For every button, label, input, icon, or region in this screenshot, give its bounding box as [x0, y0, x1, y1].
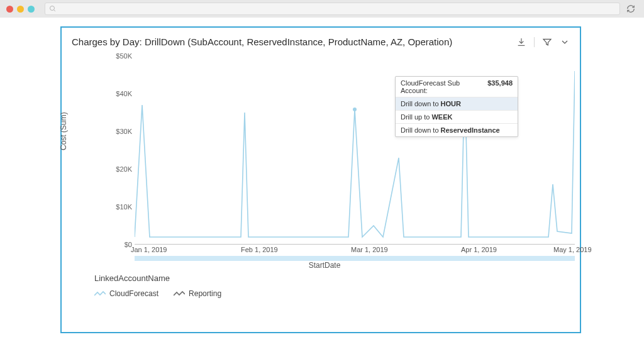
legend: LinkedAccountName CloudForecast Reportin… [62, 270, 580, 298]
tooltip-label: CloudForecast Sub Account: [401, 79, 486, 94]
x-tick: May 1, 2019 [553, 246, 592, 253]
window-close-dot[interactable] [6, 6, 13, 13]
url-bar[interactable] [45, 3, 620, 15]
drill-text: Drill down to [401, 100, 439, 108]
chart-area: Cost (Sum) $50K $40K $30K $20K $10K $0 [62, 50, 580, 270]
filter-icon[interactable] [542, 37, 552, 47]
window-max-dot[interactable] [28, 6, 35, 13]
tool-separator [534, 37, 535, 47]
refresh-icon [626, 4, 635, 13]
tooltip-value-row: CloudForecast Sub Account: $35,948 [396, 77, 518, 97]
drill-target: WEEK [431, 113, 452, 121]
chart-card: Charges by Day: DrillDown (SubAccount, R… [60, 26, 581, 333]
legend-label: Reporting [189, 289, 221, 298]
download-icon[interactable] [516, 37, 526, 47]
drill-target: HOUR [441, 100, 461, 108]
chart-title: Charges by Day: DrillDown (SubAccount, R… [72, 36, 452, 47]
x-tick: Apr 1, 2019 [461, 246, 497, 253]
search-icon [49, 5, 57, 13]
y-tick: $10K [82, 203, 132, 211]
svg-line-1 [54, 10, 56, 12]
hover-point [353, 108, 357, 111]
card-header: Charges by Day: DrillDown (SubAccount, R… [62, 28, 580, 50]
chevron-down-icon[interactable] [560, 37, 570, 47]
y-tick: $20K [82, 165, 132, 173]
y-tick: $0 [82, 241, 132, 248]
y-axis-label: Cost (Sum) [59, 112, 68, 150]
drill-text: Drill down to [401, 126, 439, 134]
y-tick: $40K [82, 90, 132, 97]
x-tick: Mar 1, 2019 [351, 246, 388, 253]
legend-title: LinkedAccountName [94, 273, 580, 283]
drill-option-week[interactable]: Drill up to WEEK [396, 111, 518, 124]
drill-text: Drill up to [401, 113, 430, 121]
x-axis-label: StartDate [82, 261, 567, 270]
legend-swatch-icon [94, 290, 106, 297]
y-tick: $50K [82, 52, 132, 60]
svg-point-0 [50, 6, 55, 11]
y-tick: $30K [82, 128, 132, 135]
drill-menu: CloudForecast Sub Account: $35,948 Drill… [395, 76, 518, 137]
x-tick: Jan 1, 2019 [131, 246, 167, 253]
tooltip-value: $35,948 [487, 79, 513, 94]
x-tick: Feb 1, 2019 [241, 246, 278, 253]
legend-label: CloudForecast [109, 289, 158, 298]
range-scrubber[interactable] [135, 256, 575, 261]
legend-item-reporting[interactable]: Reporting [174, 289, 221, 298]
drill-option-reservedinstance[interactable]: Drill down to ReservedInstance [396, 124, 518, 136]
drill-target: ReservedInstance [441, 126, 500, 134]
legend-item-cloudforecast[interactable]: CloudForecast [94, 289, 158, 298]
window-min-dot[interactable] [17, 6, 24, 13]
legend-swatch-icon [174, 290, 185, 297]
card-tools [516, 37, 570, 47]
plot-area[interactable]: $50K $40K $30K $20K $10K $0 Jan 1 [135, 56, 575, 245]
browser-bar [0, 0, 644, 18]
drill-option-hour[interactable]: Drill down to HOUR [396, 97, 518, 111]
refresh-button[interactable] [624, 4, 638, 13]
